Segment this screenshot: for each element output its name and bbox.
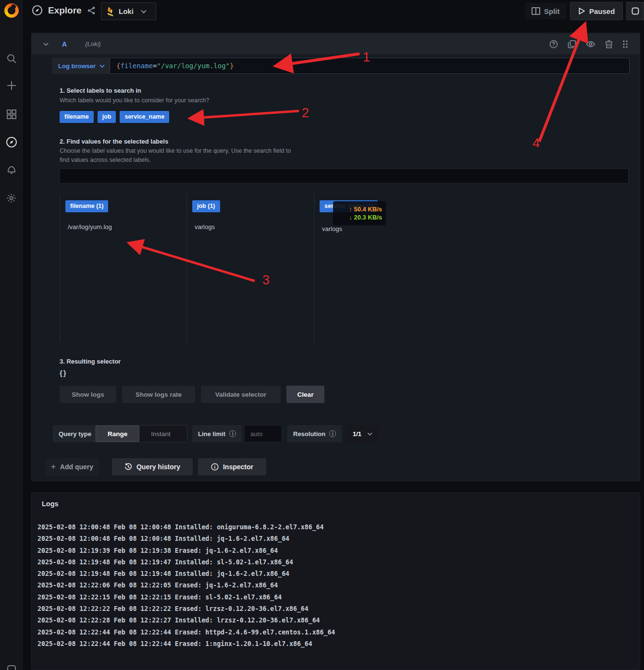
resolution-label: Resolution i	[287, 425, 342, 442]
add-query-label: Add query	[60, 463, 93, 471]
line-limit-input[interactable]	[244, 425, 282, 442]
label-chip-job[interactable]: job	[98, 111, 116, 123]
label-chip-row: filename job service_name	[60, 111, 169, 123]
query-ref-id: A	[62, 40, 67, 48]
log-line[interactable]: 2025-02-08 12:22:15 Feb 08 12:22:15 Eras…	[37, 592, 633, 603]
log-line[interactable]: 2025-02-08 12:22:22 Feb 08 12:22:22 Eras…	[37, 603, 633, 615]
value-item-service-name[interactable]: varlogs	[322, 225, 441, 232]
label-chip-filename[interactable]: filename	[60, 111, 94, 123]
duplicate-query-icon[interactable]	[568, 40, 576, 49]
log-browser-button[interactable]: Log browser	[52, 58, 111, 74]
value-column-job: job (1) varlogs	[186, 195, 314, 342]
explore-compass-icon[interactable]	[0, 134, 23, 150]
show-logs-button[interactable]: Show logs	[60, 386, 116, 403]
chevron-down-icon	[141, 10, 147, 13]
query-type-toggle: Range Instant	[95, 425, 187, 442]
create-plus-icon[interactable]	[0, 78, 23, 93]
query-equals-token: =	[153, 62, 157, 70]
query-label-token: filename	[120, 62, 152, 70]
dashboards-icon[interactable]	[0, 107, 23, 122]
loki-logo-icon	[106, 6, 114, 17]
log-line[interactable]: 2025-02-08 12:19:48 Feb 08 12:19:47 Inst…	[37, 557, 633, 568]
datasource-picker[interactable]: Loki	[101, 2, 156, 20]
plus-icon: +	[51, 462, 56, 472]
label-chip-service-name[interactable]: service_name	[120, 111, 169, 123]
grafana-logo-icon[interactable]	[0, 3, 23, 18]
paused-label: Paused	[589, 7, 615, 15]
settings-gear-icon[interactable]	[0, 190, 23, 206]
line-limit-label: Line limit i	[192, 425, 242, 442]
topbar: Explore	[32, 5, 96, 16]
value-item-filename[interactable]: /var/log/yum.log	[68, 223, 186, 231]
split-label: Split	[544, 7, 560, 15]
log-browser-label: Log browser	[58, 62, 96, 70]
play-icon	[578, 7, 585, 15]
upload-speed: ↑ 50.4 KB/s	[349, 206, 382, 213]
query-close-brace: }	[230, 62, 234, 70]
clear-button[interactable]: Clear	[286, 386, 324, 403]
query-row-header[interactable]: A (Loki)	[32, 34, 640, 54]
log-line[interactable]: 2025-02-08 12:00:48 Feb 08 12:00:48 Inst…	[37, 522, 633, 533]
chevron-down-icon	[367, 432, 372, 436]
explore-compass-small-icon	[32, 5, 43, 16]
chevron-down-icon	[99, 64, 105, 68]
validate-selector-button[interactable]: Validate selector	[201, 386, 281, 403]
collapse-chevron-icon[interactable]	[43, 42, 49, 46]
paused-button[interactable]: Paused	[570, 2, 623, 20]
grafana-explore-screen: Explore Loki Split Paused	[0, 0, 644, 670]
sidebar-bottom-icon[interactable]	[0, 662, 23, 670]
stop-square-icon	[632, 7, 639, 15]
query-type-label: Query type	[53, 425, 97, 442]
log-line[interactable]: 2025-02-08 12:19:39 Feb 08 12:19:38 Eras…	[37, 545, 633, 557]
query-datasource-hint: (Loki)	[85, 40, 101, 48]
alerting-bell-icon[interactable]	[0, 162, 23, 178]
delete-query-trash-icon[interactable]	[605, 40, 613, 49]
log-line[interactable]: 2025-02-08 12:19:48 Feb 08 12:19:48 Inst…	[37, 568, 633, 580]
log-line[interactable]: 2025-02-08 12:00:48 Feb 08 12:00:48 Inst…	[37, 533, 633, 545]
value-chip-filename[interactable]: filename (1)	[65, 200, 108, 212]
step1-title: 1. Select labels to search in	[60, 87, 141, 94]
split-icon	[532, 7, 540, 15]
step2-title: 2. Find values for the selected labels	[60, 138, 168, 145]
add-query-button[interactable]: + Add query	[46, 458, 99, 475]
loki-query-input[interactable]: {filename="/var/log/yum.log"}	[110, 58, 630, 74]
page-title: Explore	[48, 5, 82, 16]
query-open-brace: {	[116, 62, 120, 70]
show-logs-rate-button[interactable]: Show logs rate	[122, 386, 195, 403]
download-speed: ↓ 20.3 KB/s	[349, 214, 382, 221]
log-line[interactable]: 2025-02-08 12:22:28 Feb 08 12:22:27 Inst…	[37, 615, 633, 626]
sidebar	[0, 0, 23, 670]
step2-description-line2: find values across selected labels.	[60, 157, 151, 163]
resolution-select[interactable]: 1/1	[347, 425, 378, 442]
label-values-search-input[interactable]	[60, 169, 629, 183]
log-line[interactable]: 2025-02-08 12:22:44 Feb 08 12:22:44 Eras…	[37, 627, 633, 638]
step1-description: Which labels would you like to consider …	[60, 97, 209, 104]
resulting-selector-value: {}	[60, 369, 67, 377]
info-circle-icon	[211, 463, 219, 471]
query-history-label: Query history	[136, 463, 180, 471]
inspector-button[interactable]: Inspector	[198, 458, 266, 475]
query-history-button[interactable]: Query history	[112, 458, 193, 475]
value-chip-job[interactable]: job (1)	[192, 200, 220, 212]
share-icon[interactable]	[87, 6, 96, 15]
logs-panel-title: Logs	[42, 500, 59, 508]
help-icon[interactable]	[549, 40, 558, 49]
stop-live-button[interactable]	[626, 2, 644, 20]
split-button[interactable]: Split	[525, 3, 567, 19]
log-lines: 2025-02-08 12:00:48 Feb 08 12:00:48 Inst…	[37, 522, 633, 650]
step2-description-line1: Choose the label values that you would l…	[60, 147, 291, 154]
drag-handle-icon[interactable]	[622, 40, 628, 49]
value-item-job[interactable]: varlogs	[195, 223, 314, 231]
value-column-filename: filename (1) /var/log/yum.log	[60, 195, 186, 342]
inspector-label: Inspector	[223, 463, 253, 471]
resolution-info-icon[interactable]: i	[329, 430, 336, 437]
step3-title: 3. Resulting selector	[60, 358, 121, 365]
search-icon[interactable]	[0, 51, 23, 66]
range-toggle-option[interactable]: Range	[96, 426, 139, 442]
log-line[interactable]: 2025-02-08 12:22:44 Feb 08 12:22:44 Eras…	[37, 638, 633, 650]
instant-toggle-option[interactable]: Instant	[139, 426, 182, 442]
log-line[interactable]: 2025-02-08 12:22:06 Feb 08 12:22:05 Eras…	[37, 580, 633, 591]
hide-query-eye-icon[interactable]	[586, 40, 595, 48]
line-limit-info-icon[interactable]: i	[229, 430, 236, 437]
net-speed-overlay: ↑ 50.4 KB/s ↓ 20.3 KB/s	[333, 201, 386, 225]
